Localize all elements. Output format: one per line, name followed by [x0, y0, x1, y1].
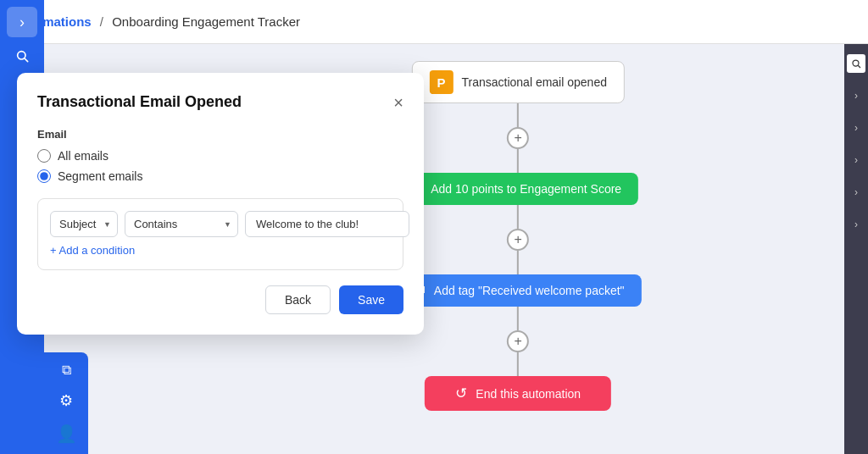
back-button[interactable]: Back — [265, 285, 331, 314]
modal-footer: Back Save — [37, 285, 403, 314]
radio-all-input[interactable] — [37, 149, 51, 163]
radio-group: All emails Segment emails — [37, 149, 403, 183]
radio-segment-label: Segment emails — [58, 169, 142, 183]
operator-select-wrapper[interactable]: Contains Does not contain Equals — [125, 211, 238, 237]
modal: Transactional Email Opened × Email All e… — [17, 73, 424, 335]
radio-segment-emails[interactable]: Segment emails — [37, 169, 403, 183]
subject-select-wrapper[interactable]: Subject Body From — [50, 211, 118, 237]
modal-header: Transactional Email Opened × — [37, 93, 403, 111]
add-condition-link[interactable]: + Add a condition — [50, 244, 135, 257]
save-button[interactable]: Save — [339, 285, 403, 314]
operator-select[interactable]: Contains Does not contain Equals — [125, 211, 238, 237]
modal-close-button[interactable]: × — [393, 94, 403, 111]
radio-segment-input[interactable] — [37, 169, 51, 183]
modal-title: Transactional Email Opened — [37, 93, 242, 111]
condition-value-input[interactable] — [245, 211, 409, 237]
subject-select[interactable]: Subject Body From — [50, 211, 118, 237]
modal-overlay: Transactional Email Opened × Email All e… — [0, 0, 868, 454]
condition-row: Subject Body From Contains Does not cont… — [50, 211, 391, 237]
radio-all-label: All emails — [58, 149, 108, 163]
condition-box: Subject Body From Contains Does not cont… — [37, 198, 403, 270]
email-label: Email — [37, 128, 403, 141]
radio-all-emails[interactable]: All emails — [37, 149, 403, 163]
